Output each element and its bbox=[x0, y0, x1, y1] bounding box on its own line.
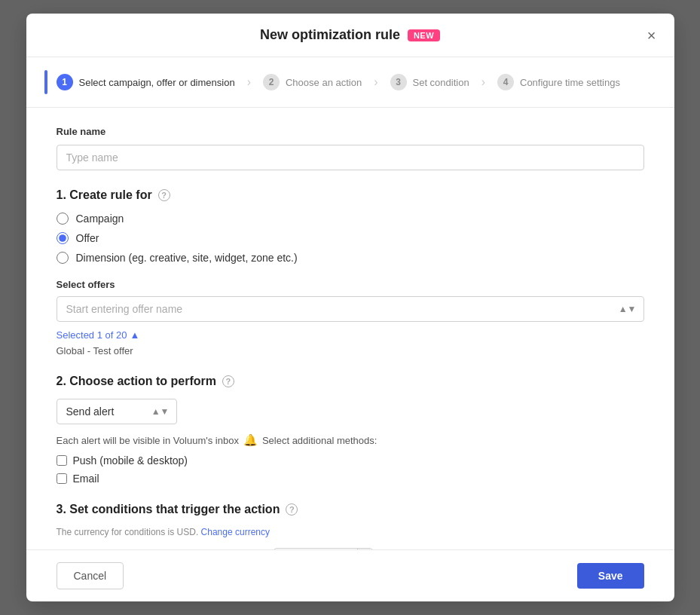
radio-dimension-label: Dimension (eg. creative, site, widget, z… bbox=[76, 252, 298, 264]
step-4[interactable]: 4 Configure time settings bbox=[485, 69, 632, 95]
checkbox-push-label: Push (mobile & desktop) bbox=[73, 454, 188, 467]
radio-campaign[interactable]: Campaign bbox=[57, 213, 644, 225]
modal-overlay: New optimization rule NEW × 1 Select cam… bbox=[0, 0, 700, 615]
new-badge: NEW bbox=[408, 29, 440, 41]
action-select-dropdown[interactable]: Send alert Pause Activate bbox=[57, 399, 177, 424]
modal-title: New optimization rule NEW bbox=[260, 27, 440, 43]
create-rule-title: 1. Create rule for ? bbox=[57, 188, 644, 202]
radio-campaign-input[interactable] bbox=[57, 213, 69, 225]
rule-name-label: Rule name bbox=[57, 126, 644, 137]
checkbox-group: Push (mobile & desktop) Email bbox=[57, 454, 644, 485]
modal-title-text: New optimization rule bbox=[260, 27, 400, 43]
step-3[interactable]: 3 Set condition bbox=[378, 69, 481, 95]
modal-header: New optimization rule NEW × bbox=[26, 14, 674, 57]
checkbox-push[interactable]: Push (mobile & desktop) bbox=[57, 454, 644, 467]
currency-note: The currency for conditions is USD. Chan… bbox=[57, 527, 644, 537]
radio-offer-input[interactable] bbox=[57, 232, 69, 244]
checkbox-email-label: Email bbox=[73, 473, 99, 485]
select-offers-section: Select offers Start entering offer name … bbox=[57, 279, 644, 356]
radio-campaign-label: Campaign bbox=[76, 213, 124, 225]
selected-offer-item: Global - Test offer bbox=[57, 345, 644, 356]
conditions-title: 3. Set conditions that trigger the actio… bbox=[57, 503, 644, 516]
step-1-number: 1 bbox=[57, 74, 73, 90]
checkbox-email-input[interactable] bbox=[57, 473, 67, 484]
create-rule-radio-group: Campaign Offer Dimension (eg. creative, … bbox=[57, 213, 644, 264]
modal-body: Rule name 1. Create rule for ? Campaign bbox=[26, 108, 674, 549]
alert-info-text: Each alert will be visible in Voluum's i… bbox=[57, 433, 644, 447]
step-3-number: 3 bbox=[390, 74, 407, 90]
step-2-number: 2 bbox=[263, 74, 280, 90]
select-offers-label: Select offers bbox=[57, 279, 644, 290]
step-3-label: Set condition bbox=[413, 77, 469, 88]
step-2-label: Choose an action bbox=[286, 77, 362, 88]
save-button[interactable]: Save bbox=[577, 563, 644, 589]
select-offers-dropdown[interactable]: Start entering offer name bbox=[57, 296, 644, 322]
stepper: 1 Select campaign, offer or dimension › … bbox=[26, 57, 674, 108]
change-currency-link[interactable]: Change currency bbox=[201, 527, 270, 537]
checkbox-push-input[interactable] bbox=[57, 455, 67, 466]
close-button[interactable]: × bbox=[644, 25, 659, 46]
conditions-help-icon[interactable]: ? bbox=[286, 503, 298, 516]
rule-name-section: Rule name bbox=[57, 126, 644, 170]
modal-footer: Cancel Save bbox=[26, 549, 674, 601]
chevron-up-icon: ▲ bbox=[130, 329, 139, 341]
choose-action-help-icon[interactable]: ? bbox=[222, 375, 234, 387]
cancel-button[interactable]: Cancel bbox=[57, 562, 124, 589]
choose-action-section: 2. Choose action to perform ? Send alert… bbox=[57, 375, 644, 485]
create-rule-help-icon[interactable]: ? bbox=[158, 189, 170, 201]
select-offers-wrapper: Start entering offer name ▲▼ bbox=[57, 296, 644, 322]
radio-dimension[interactable]: Dimension (eg. creative, site, widget, z… bbox=[57, 252, 644, 264]
step-1[interactable]: 1 Select campaign, offer or dimension bbox=[44, 69, 247, 95]
step-4-label: Configure time settings bbox=[520, 77, 620, 88]
create-rule-section: 1. Create rule for ? Campaign Offer Dime… bbox=[57, 188, 644, 264]
radio-dimension-input[interactable] bbox=[57, 252, 69, 264]
radio-offer[interactable]: Offer bbox=[57, 232, 644, 244]
bell-icon: 🔔 bbox=[243, 433, 258, 447]
choose-action-title: 2. Choose action to perform ? bbox=[57, 375, 644, 388]
action-select-wrapper: Send alert Pause Activate ▲▼ bbox=[57, 399, 177, 424]
step-4-number: 4 bbox=[497, 74, 514, 90]
selected-offers-info[interactable]: Selected 1 of 20 ▲ bbox=[57, 329, 644, 341]
radio-offer-label: Offer bbox=[76, 232, 99, 244]
modal-dialog: New optimization rule NEW × 1 Select cam… bbox=[26, 14, 674, 601]
step-2[interactable]: 2 Choose an action bbox=[251, 69, 374, 95]
conditions-section: 3. Set conditions that trigger the actio… bbox=[57, 503, 644, 549]
step-1-label: Select campaign, offer or dimension bbox=[79, 77, 235, 88]
rule-name-input[interactable] bbox=[57, 145, 644, 170]
checkbox-email[interactable]: Email bbox=[57, 473, 644, 485]
